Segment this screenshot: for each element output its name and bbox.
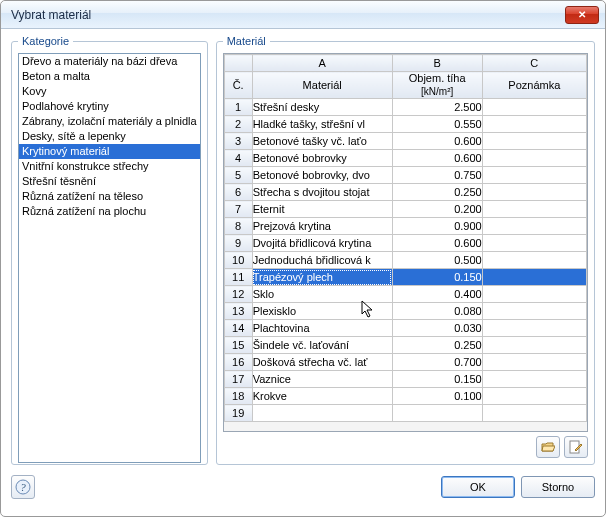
category-item[interactable]: Zábrany, izolační materiály a plnidla <box>19 114 200 129</box>
category-item[interactable]: Beton a malta <box>19 69 200 84</box>
categories-list[interactable]: Dřevo a materiály na bázi dřevaBeton a m… <box>18 53 201 463</box>
table-row[interactable]: 1Střešní desky2.500 <box>224 99 586 116</box>
table-row[interactable]: 19 <box>224 405 586 422</box>
table-row[interactable]: 5Betonové bobrovky, dvo0.750 <box>224 167 586 184</box>
cell-note[interactable] <box>482 286 586 303</box>
cell-weight[interactable]: 0.030 <box>392 320 482 337</box>
cell-note[interactable] <box>482 116 586 133</box>
row-number[interactable]: 17 <box>224 371 252 388</box>
cell-note[interactable] <box>482 320 586 337</box>
cell-note[interactable] <box>482 218 586 235</box>
ok-button[interactable]: OK <box>441 476 515 498</box>
row-number[interactable]: 4 <box>224 150 252 167</box>
row-number[interactable]: 15 <box>224 337 252 354</box>
category-item[interactable]: Krytinový materiál <box>19 144 200 159</box>
category-item[interactable]: Vnitřní konstrukce střechy <box>19 159 200 174</box>
cell-weight[interactable]: 0.250 <box>392 184 482 201</box>
row-number[interactable]: 1 <box>224 99 252 116</box>
cell-note[interactable] <box>482 405 586 422</box>
table-row[interactable]: 12Sklo0.400 <box>224 286 586 303</box>
cell-weight[interactable] <box>392 405 482 422</box>
cell-weight[interactable]: 0.750 <box>392 167 482 184</box>
col-letter-c[interactable]: C <box>482 55 586 72</box>
category-item[interactable]: Střešní těsnění <box>19 174 200 189</box>
cell-material[interactable]: Vaznice <box>252 371 392 388</box>
row-number[interactable]: 11 <box>224 269 252 286</box>
cell-weight[interactable]: 2.500 <box>392 99 482 116</box>
cell-weight[interactable]: 0.200 <box>392 201 482 218</box>
cell-material[interactable]: Trapézový plech <box>252 269 392 286</box>
help-button[interactable]: ? <box>11 475 35 499</box>
cell-material[interactable]: Plexisklo <box>252 303 392 320</box>
category-item[interactable]: Podlahové krytiny <box>19 99 200 114</box>
cell-weight[interactable]: 0.250 <box>392 337 482 354</box>
table-row[interactable]: 13Plexisklo0.080 <box>224 303 586 320</box>
cancel-button[interactable]: Storno <box>521 476 595 498</box>
table-row[interactable]: 14Plachtovina0.030 <box>224 320 586 337</box>
row-number[interactable]: 8 <box>224 218 252 235</box>
row-number[interactable]: 9 <box>224 235 252 252</box>
table-row[interactable]: 10Jednoduchá břidlicová k0.500 <box>224 252 586 269</box>
cell-note[interactable] <box>482 303 586 320</box>
cell-weight[interactable]: 0.100 <box>392 388 482 405</box>
cell-material[interactable]: Betonové bobrovky, dvo <box>252 167 392 184</box>
table-row[interactable]: 3Betonové tašky vč. laťo0.600 <box>224 133 586 150</box>
cell-weight[interactable]: 0.150 <box>392 371 482 388</box>
cell-material[interactable] <box>252 405 392 422</box>
cell-material[interactable]: Střešní desky <box>252 99 392 116</box>
cell-note[interactable] <box>482 99 586 116</box>
cell-material[interactable]: Šindele vč. laťování <box>252 337 392 354</box>
cell-material[interactable]: Střecha s dvojitou stojat <box>252 184 392 201</box>
row-number[interactable]: 3 <box>224 133 252 150</box>
cell-material[interactable]: Jednoduchá břidlicová k <box>252 252 392 269</box>
cell-note[interactable] <box>482 371 586 388</box>
table-row[interactable]: 4Betonové bobrovky0.600 <box>224 150 586 167</box>
category-item[interactable]: Kovy <box>19 84 200 99</box>
table-row[interactable]: 11Trapézový plech0.150 <box>224 269 586 286</box>
table-row[interactable]: 2Hladké tašky, střešní vl0.550 <box>224 116 586 133</box>
cell-weight[interactable]: 0.550 <box>392 116 482 133</box>
category-item[interactable]: Dřevo a materiály na bázi dřeva <box>19 54 200 69</box>
cell-note[interactable] <box>482 133 586 150</box>
cell-weight[interactable]: 0.900 <box>392 218 482 235</box>
cell-material[interactable]: Sklo <box>252 286 392 303</box>
materials-grid[interactable]: A B C Č. Materiál Objem. tíha [kN/m²] Po… <box>224 54 587 422</box>
row-number[interactable]: 14 <box>224 320 252 337</box>
open-button[interactable] <box>536 436 560 458</box>
cell-weight[interactable]: 0.400 <box>392 286 482 303</box>
cell-weight[interactable]: 0.600 <box>392 150 482 167</box>
row-number[interactable]: 2 <box>224 116 252 133</box>
cell-weight[interactable]: 0.600 <box>392 235 482 252</box>
category-item[interactable]: Desky, sítě a lepenky <box>19 129 200 144</box>
table-row[interactable]: 17Vaznice0.150 <box>224 371 586 388</box>
table-row[interactable]: 15Šindele vč. laťování0.250 <box>224 337 586 354</box>
col-letter-a[interactable]: A <box>252 55 392 72</box>
cell-note[interactable] <box>482 269 586 286</box>
cell-note[interactable] <box>482 201 586 218</box>
cell-material[interactable]: Eternit <box>252 201 392 218</box>
row-number[interactable]: 19 <box>224 405 252 422</box>
cell-material[interactable]: Betonové bobrovky <box>252 150 392 167</box>
cell-note[interactable] <box>482 252 586 269</box>
cell-weight[interactable]: 0.080 <box>392 303 482 320</box>
cell-material[interactable]: Hladké tašky, střešní vl <box>252 116 392 133</box>
cell-note[interactable] <box>482 337 586 354</box>
row-number[interactable]: 7 <box>224 201 252 218</box>
row-number[interactable]: 6 <box>224 184 252 201</box>
cell-weight[interactable]: 0.700 <box>392 354 482 371</box>
table-row[interactable]: 18Krokve0.100 <box>224 388 586 405</box>
cell-note[interactable] <box>482 235 586 252</box>
cell-note[interactable] <box>482 388 586 405</box>
cell-note[interactable] <box>482 150 586 167</box>
cell-material[interactable]: Krokve <box>252 388 392 405</box>
close-button[interactable]: ✕ <box>565 6 599 24</box>
cell-material[interactable]: Plachtovina <box>252 320 392 337</box>
row-number[interactable]: 18 <box>224 388 252 405</box>
row-number[interactable]: 5 <box>224 167 252 184</box>
cell-note[interactable] <box>482 184 586 201</box>
row-number[interactable]: 16 <box>224 354 252 371</box>
edit-button[interactable] <box>564 436 588 458</box>
table-row[interactable]: 16Došková střecha vč. lať0.700 <box>224 354 586 371</box>
table-row[interactable]: 9Dvojitá břidlicová krytina0.600 <box>224 235 586 252</box>
cell-weight[interactable]: 0.600 <box>392 133 482 150</box>
